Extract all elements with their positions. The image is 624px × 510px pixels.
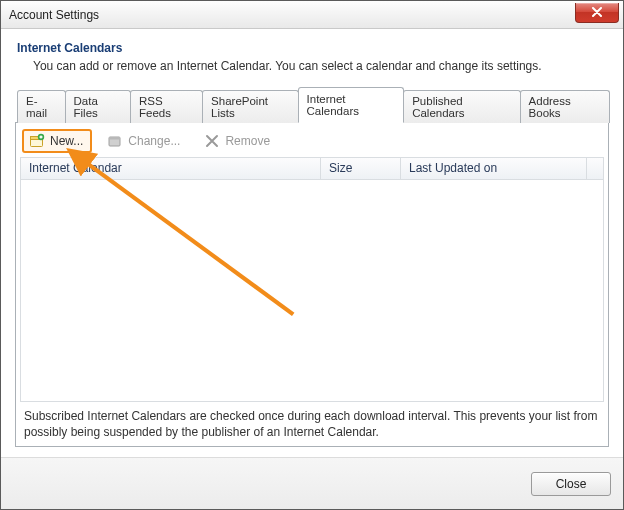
close-icon [591,7,603,17]
column-header-spacer [587,158,603,179]
tab-published-calendars[interactable]: Published Calendars [403,90,520,123]
column-header-updated[interactable]: Last Updated on [401,158,587,179]
calendar-list: Internet Calendar Size Last Updated on [20,157,604,402]
new-button[interactable]: New... [22,129,92,153]
footnote: Subscribed Internet Calendars are checke… [24,408,600,440]
change-button-label: Change... [128,134,180,148]
toolbar: New... Change... [20,127,604,157]
column-headers: Internet Calendar Size Last Updated on [21,158,603,180]
remove-button-label: Remove [225,134,270,148]
remove-icon [204,133,220,149]
window-title: Account Settings [9,8,575,22]
tab-sharepoint-lists[interactable]: SharePoint Lists [202,90,298,123]
remove-button: Remove [197,130,279,152]
new-button-label: New... [50,134,83,148]
section-description: You can add or remove an Internet Calend… [33,59,609,73]
close-button[interactable]: Close [531,472,611,496]
column-header-size[interactable]: Size [321,158,401,179]
tabs-row: E-mail Data Files RSS Feeds SharePoint L… [15,87,609,123]
dialog-button-row: Close [1,457,623,509]
tab-data-files[interactable]: Data Files [65,90,132,123]
change-button: Change... [100,130,189,152]
change-icon [107,133,123,149]
new-calendar-icon [29,133,45,149]
tab-rss-feeds[interactable]: RSS Feeds [130,90,203,123]
section-heading: Internet Calendars [17,41,609,55]
svg-rect-4 [109,137,120,140]
tab-internet-calendars[interactable]: Internet Calendars [298,87,405,123]
titlebar: Account Settings [1,1,623,29]
account-settings-window: Account Settings Internet Calendars You … [0,0,624,510]
tab-panel: New... Change... [15,122,609,447]
content-area: Internet Calendars You can add or remove… [1,29,623,457]
tab-email[interactable]: E-mail [17,90,66,123]
column-header-name[interactable]: Internet Calendar [21,158,321,179]
tab-address-books[interactable]: Address Books [520,90,610,123]
list-body[interactable] [21,180,603,401]
window-close-button[interactable] [575,3,619,23]
